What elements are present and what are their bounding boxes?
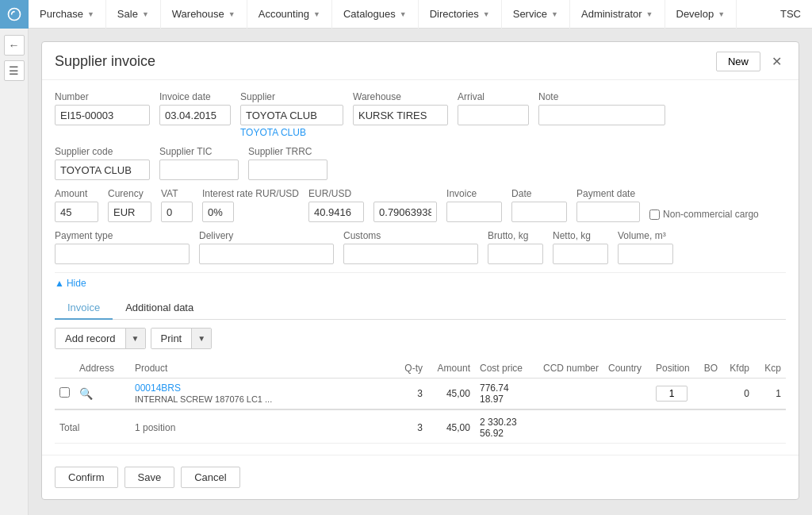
supplier-tic-label: Supplier TIC: [159, 146, 239, 157]
date-input[interactable]: [511, 202, 567, 222]
currency-label: Curency: [108, 188, 151, 199]
nav-warehouse[interactable]: Warehouse ▼: [161, 0, 247, 29]
netto-input[interactable]: [553, 244, 608, 264]
nav-accounting[interactable]: Accounting ▼: [247, 0, 332, 29]
tabs: Invoice Additional data: [55, 297, 786, 320]
print-button-group: Print ▼: [151, 328, 213, 349]
product-link[interactable]: 00014BRS: [135, 382, 391, 394]
invoice-date-label: Invoice date: [159, 91, 231, 102]
supplier-link[interactable]: TOYOTA CLUB: [240, 127, 343, 138]
row-address-cell: 🔍: [75, 379, 130, 410]
confirm-button[interactable]: Confirm: [55, 467, 118, 488]
supplier-code-label: Supplier code: [55, 146, 150, 157]
supplier-tic-input[interactable]: [159, 159, 239, 180]
eur-usd2-group: [373, 188, 437, 222]
supplier-invoice-form: Supplier invoice New ✕ Number Invoice da…: [41, 41, 799, 500]
list-button[interactable]: ☰: [4, 60, 25, 81]
arrival-input[interactable]: [458, 105, 529, 125]
tab-invoice[interactable]: Invoice: [55, 297, 113, 320]
chevron-down-icon: ▼: [400, 10, 407, 18]
save-button[interactable]: Save: [124, 467, 175, 488]
row-checkbox[interactable]: [59, 387, 70, 398]
brutto-input[interactable]: [488, 244, 543, 264]
total-qty-cell: 3: [396, 409, 427, 444]
volume-label: Volume, m³: [618, 230, 673, 241]
close-button[interactable]: ✕: [767, 52, 786, 71]
form-row-1: Number Invoice date Supplier TOYOTA CLUB…: [55, 91, 786, 138]
payment-type-input[interactable]: [55, 244, 190, 264]
user-menu[interactable]: TSC: [769, 0, 812, 29]
non-commercial-checkbox[interactable]: [649, 209, 660, 220]
vat-label: VAT: [161, 188, 193, 199]
total-label-cell: Total: [55, 409, 130, 444]
position-input[interactable]: [656, 386, 688, 402]
non-commercial-label[interactable]: Non-commercial cargo: [649, 209, 759, 220]
row-checkbox-cell: [55, 379, 75, 410]
cancel-button[interactable]: Cancel: [181, 467, 239, 488]
supplier-trrc-input[interactable]: [248, 159, 327, 180]
nav-purchase[interactable]: Purchase ▼: [29, 0, 106, 29]
amount-input[interactable]: [55, 202, 98, 222]
row-amount-cell: 45,00: [427, 379, 475, 410]
table-body: 🔍 00014BRS INTERNAL SCREW 187076 LC1 ...…: [55, 379, 786, 444]
new-button[interactable]: New: [716, 52, 760, 71]
payment-date-input[interactable]: [576, 202, 640, 222]
note-input[interactable]: [538, 105, 665, 125]
row-kcp-cell: 1: [754, 379, 786, 410]
nav-administrator[interactable]: Administrator ▼: [570, 0, 665, 29]
interest-rate-input[interactable]: [202, 202, 234, 222]
invoice-date-input[interactable]: [159, 105, 231, 125]
nav-service[interactable]: Service ▼: [502, 0, 570, 29]
row-kfdp-cell: 0: [722, 379, 754, 410]
delivery-input[interactable]: [199, 244, 334, 264]
topnav: Purchase ▼ Sale ▼ Warehouse ▼ Accounting…: [0, 0, 812, 29]
tab-additional-data[interactable]: Additional data: [113, 297, 206, 320]
vat-input[interactable]: [161, 202, 193, 222]
nav-sale[interactable]: Sale ▼: [106, 0, 161, 29]
col-header-qty: Q-ty: [396, 359, 427, 379]
nav-develop[interactable]: Develop ▼: [665, 0, 737, 29]
volume-input[interactable]: [618, 244, 673, 264]
nav-catalogues[interactable]: Catalogues ▼: [332, 0, 419, 29]
total-positions: 1 position: [135, 422, 175, 433]
add-record-dropdown[interactable]: ▼: [125, 329, 145, 348]
number-label: Number: [55, 91, 150, 102]
nav-items: Purchase ▼ Sale ▼ Warehouse ▼ Accounting…: [29, 0, 769, 29]
add-record-button-group: Add record ▼: [55, 328, 146, 349]
app-logo[interactable]: [0, 0, 29, 29]
row-bo-cell: [699, 379, 722, 410]
form-title: Supplier invoice: [55, 53, 155, 70]
eur-usd2-input[interactable]: [373, 202, 437, 222]
delivery-label: Delivery: [199, 230, 334, 241]
warehouse-input[interactable]: [353, 105, 448, 125]
hide-section: ▲ Hide: [55, 272, 786, 289]
cost-price-2: 18.97: [480, 394, 534, 405]
eur-usd-input[interactable]: [308, 202, 364, 222]
form-row-2: Supplier code Supplier TIC Supplier TRRC: [55, 146, 786, 180]
form-row-4: Payment type Delivery Customs Brutto, kg: [55, 230, 786, 264]
arrival-label: Arrival: [458, 91, 529, 102]
nav-directories[interactable]: Directories ▼: [419, 0, 502, 29]
supplier-label: Supplier: [240, 91, 343, 102]
currency-input[interactable]: [108, 202, 151, 222]
search-icon[interactable]: 🔍: [79, 387, 93, 400]
customs-input[interactable]: [343, 244, 478, 264]
print-button[interactable]: Print: [151, 329, 192, 348]
sidebar: ← ☰: [0, 29, 29, 515]
number-input[interactable]: [55, 105, 150, 125]
total-positions-cell: 1 position: [130, 409, 396, 444]
supplier-code-input[interactable]: [55, 159, 150, 180]
content-area: Supplier invoice New ✕ Number Invoice da…: [29, 29, 812, 515]
invoice-date-group: Invoice date: [159, 91, 231, 125]
warehouse-label: Warehouse: [353, 91, 448, 102]
supplier-input[interactable]: [240, 105, 343, 125]
invoice-input[interactable]: [446, 202, 502, 222]
row-product-cell: 00014BRS INTERNAL SCREW 187076 LC1 ...: [130, 379, 396, 410]
back-button[interactable]: ←: [4, 35, 25, 56]
hide-toggle[interactable]: ▲ Hide: [55, 278, 786, 289]
print-dropdown[interactable]: ▼: [191, 329, 211, 348]
vat-group: VAT: [161, 188, 193, 222]
supplier-code-group: Supplier code: [55, 146, 150, 180]
supplier-trrc-label: Supplier TRRC: [248, 146, 327, 157]
add-record-button[interactable]: Add record: [56, 329, 125, 348]
